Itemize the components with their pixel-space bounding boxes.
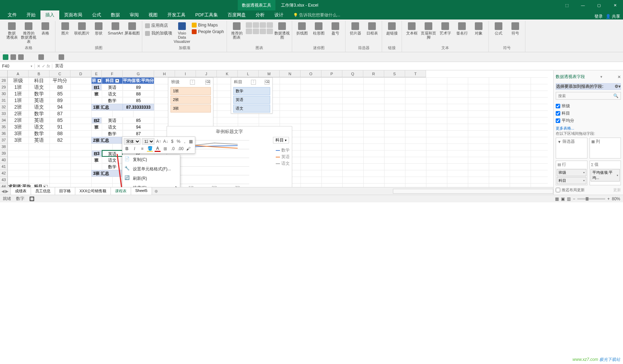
row-header[interactable]: 33 [0, 110, 8, 117]
clear-filter-icon[interactable]: ⌫ [265, 80, 269, 85]
defer-checkbox[interactable] [556, 188, 560, 192]
pivot-group[interactable]: ⊟3班 [91, 150, 102, 157]
undo-icon[interactable] [10, 54, 16, 60]
pivot-group[interactable]: ⊟1班 [91, 84, 102, 91]
row-headers[interactable]: 2829303132333435363738394041424344454647… [0, 77, 8, 195]
tab-view[interactable]: 视图 [144, 10, 162, 20]
tab-file[interactable]: 文件 [3, 10, 22, 20]
pivot-cell[interactable]: 语文 [102, 124, 123, 130]
dec-decimal-icon[interactable]: .0 [170, 146, 176, 152]
pivot-cell[interactable]: 94 [123, 124, 154, 130]
column-header[interactable]: T [405, 70, 426, 77]
pivot-cell[interactable]: 85 [123, 117, 154, 124]
area-chip[interactable]: 平均值项:平均... [591, 169, 620, 181]
row-header[interactable]: 41 [0, 163, 8, 170]
people-graph-button[interactable]: People Graph [191, 29, 225, 34]
ribbon-button[interactable]: SmartArt [108, 21, 123, 35]
menu-item[interactable]: 复制(C)📄 [122, 155, 180, 164]
ribbon-button[interactable]: 柱形图 [311, 21, 326, 35]
column-header[interactable]: H [154, 70, 175, 77]
menu-item[interactable]: 设置单元格格式(F)...🔧 [122, 164, 180, 174]
pane-close-icon[interactable]: ✕ [617, 75, 621, 79]
pivot-cell[interactable]: 语文 [102, 157, 123, 163]
row-header[interactable]: 28 [0, 77, 8, 84]
column-header[interactable]: K [217, 70, 238, 77]
series-filter[interactable]: 科目 ▾ [273, 137, 289, 144]
ribbon-button[interactable]: 艺术字 [438, 21, 453, 35]
ribbon-button[interactable]: 推荐的图表 [229, 21, 244, 39]
comma-icon[interactable]: , [182, 138, 187, 145]
align-icon[interactable]: ≡ [139, 146, 145, 152]
cancel-fx-icon[interactable]: ✕ [37, 64, 40, 69]
zoom-out-icon[interactable]: − [573, 196, 575, 201]
ribbon-button[interactable]: 对象 [471, 21, 486, 35]
filter-dropdown-icon[interactable]: ▾ [97, 79, 101, 83]
tab-insert[interactable]: 插入 [40, 10, 59, 20]
inc-decimal-icon[interactable]: .00 [177, 146, 184, 152]
format-icon[interactable]: ▦ [189, 138, 193, 145]
ribbon-button[interactable]: 切片器 [348, 21, 363, 35]
tab-analyze[interactable]: 分析 [251, 10, 269, 20]
tab-layout[interactable]: 页面布局 [59, 10, 87, 20]
tab-pdf[interactable]: PDF工具集 [190, 10, 223, 20]
more-tables-link[interactable]: 更多表格... [556, 126, 621, 131]
column-header[interactable]: C [50, 70, 70, 77]
filter-area[interactable]: ▼ 筛选器 [556, 138, 587, 158]
field-search[interactable]: 🔍 [556, 92, 621, 100]
pivot-cell[interactable]: 英语 [102, 117, 123, 124]
sheet-tab[interactable]: 员工信息 [31, 187, 55, 195]
tab-data[interactable]: 数据 [106, 10, 125, 20]
fx-icon[interactable]: fx [47, 64, 50, 69]
fill-color-icon[interactable]: 🪣 [147, 146, 153, 152]
values-area[interactable]: Σ 值平均值项:平均... [590, 161, 621, 185]
area-chip[interactable]: 班级 [557, 169, 586, 176]
touch-mode-icon[interactable] [38, 54, 44, 60]
tab-design[interactable]: 设计 [269, 10, 288, 20]
ribbon-button[interactable]: 数据透视表 [4, 21, 20, 39]
row-header[interactable]: 29 [0, 84, 8, 91]
slicer-item[interactable]: 2班 [170, 96, 211, 104]
ribbon-button[interactable]: 形状 [91, 21, 106, 35]
percent-icon[interactable]: % [176, 138, 181, 145]
tab-formulas[interactable]: 公式 [87, 10, 106, 20]
row-header[interactable]: 30 [0, 91, 8, 97]
row-header[interactable]: 32 [0, 104, 8, 110]
sheet-tab[interactable]: Sheet5 [131, 187, 152, 195]
rows-area[interactable]: ▤ 行班级科目 [556, 161, 587, 185]
pivot-cell[interactable]: 英语 [102, 84, 123, 91]
formula-input[interactable]: 英语 [52, 63, 623, 69]
ribbon-button[interactable]: 签名行 [454, 21, 470, 35]
format-painter-icon[interactable]: 🖌 [185, 146, 191, 152]
sheet-tab[interactable]: 田字格 [55, 187, 75, 195]
ribbon-button[interactable]: 图片 [58, 21, 73, 35]
column-header[interactable]: O [301, 70, 321, 77]
currency-icon[interactable]: $ [170, 138, 175, 145]
columns-area[interactable]: ▦ 列 [590, 138, 621, 158]
column-header[interactable]: B [29, 70, 50, 77]
ribbon-button[interactable]: 页眉和页脚 [421, 21, 436, 39]
update-button[interactable]: 更新 [613, 187, 621, 193]
column-header[interactable]: J [196, 70, 217, 77]
column-header[interactable]: F [102, 70, 123, 77]
share-button[interactable]: 👤 共享 [606, 14, 620, 20]
worksheet[interactable]: ABCDEFGHIJKLMNOPQRST 2829303132333435363… [0, 70, 553, 195]
slicer-item[interactable]: 英语 [233, 96, 270, 104]
visio-button[interactable]: Visio Data Visualizer [174, 21, 190, 44]
sheet-tab[interactable]: 成绩表 [10, 187, 31, 195]
pivot-header[interactable]: 班 ▾ [91, 77, 102, 84]
view-layout-icon[interactable]: ▣ [561, 196, 565, 201]
column-header[interactable]: P [321, 70, 342, 77]
border-icon[interactable]: ⊞ [162, 146, 168, 152]
sheet-tab[interactable]: XXX公司销售额 [75, 187, 111, 195]
app-store-button[interactable]: 应用商店 [144, 22, 173, 29]
ribbon-button[interactable]: 联机图片 [74, 21, 90, 35]
gear-icon[interactable]: ⚙▾ [615, 83, 621, 90]
area-chip[interactable]: 科目 [557, 177, 586, 184]
column-header[interactable]: S [384, 70, 405, 77]
bing-maps-button[interactable]: Bing Maps [191, 22, 225, 28]
column-header[interactable]: G [123, 70, 154, 77]
zoom-slider[interactable] [577, 198, 605, 200]
pane-dropdown-icon[interactable]: ▾ [600, 75, 602, 79]
column-header[interactable]: Q [342, 70, 363, 77]
column-header[interactable]: D [70, 70, 91, 77]
